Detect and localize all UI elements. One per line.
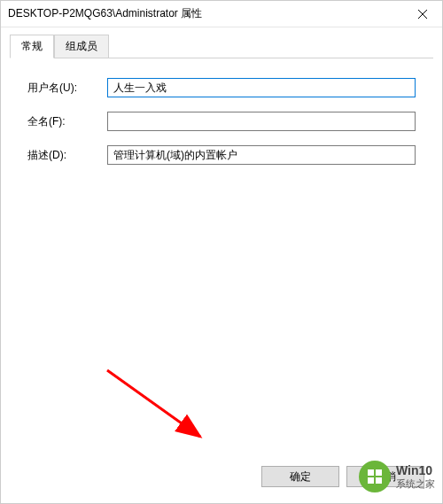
titlebar: DESKTOP-P2MQG63\Administrator 属性 — [1, 1, 442, 27]
svg-line-3 — [107, 370, 200, 437]
username-label: 用户名(U): — [27, 81, 107, 96]
username-row: 用户名(U): — [27, 78, 416, 97]
tab-container: 常规 组成员 用户名(U): 全名(F): 描述(D): — [1, 27, 442, 198]
annotation-arrow — [98, 361, 214, 450]
fullname-label: 全名(F): — [27, 114, 107, 129]
description-label: 描述(D): — [27, 148, 107, 163]
tabs: 常规 组成员 — [10, 35, 433, 58]
description-row: 描述(D): — [27, 145, 416, 165]
cancel-button[interactable]: 取消 — [346, 466, 424, 487]
properties-dialog: DESKTOP-P2MQG63\Administrator 属性 常规 组成员 … — [0, 0, 443, 504]
close-button[interactable] — [402, 1, 442, 27]
dialog-title: DESKTOP-P2MQG63\Administrator 属性 — [8, 6, 202, 21]
dialog-buttons: 确定 取消 — [261, 466, 424, 487]
ok-button[interactable]: 确定 — [261, 466, 339, 487]
fullname-input[interactable] — [107, 112, 416, 131]
tab-memberof[interactable]: 组成员 — [54, 35, 109, 58]
close-icon — [418, 10, 427, 19]
username-input[interactable] — [107, 78, 416, 97]
tab-general[interactable]: 常规 — [10, 35, 54, 58]
fullname-row: 全名(F): — [27, 112, 416, 131]
description-input[interactable] — [107, 145, 416, 165]
tab-content: 用户名(U): 全名(F): 描述(D): — [10, 58, 433, 198]
